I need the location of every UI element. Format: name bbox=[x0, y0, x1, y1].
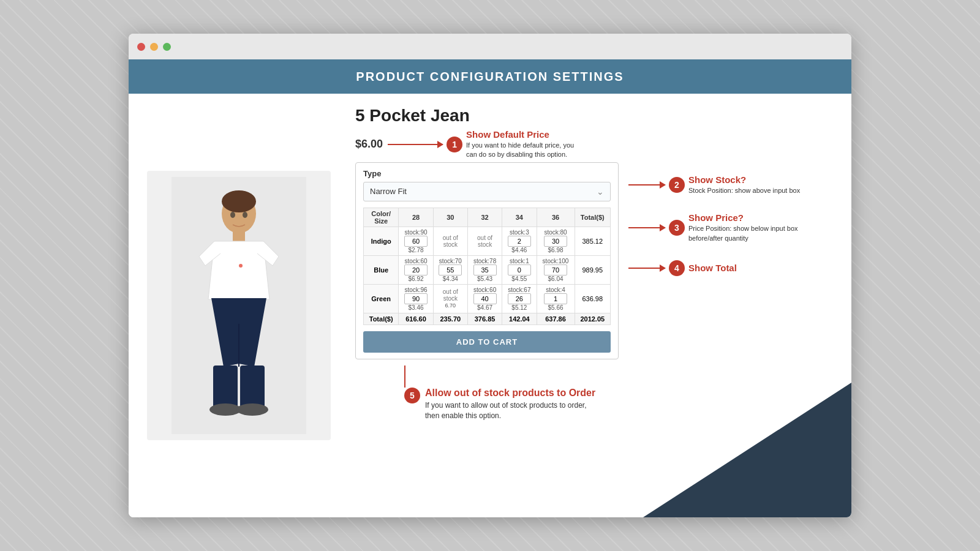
table-row: Green stock:96 $3.46 out ofstock6.70 sto… bbox=[364, 284, 611, 313]
price-indigo-36: $6.98 bbox=[540, 247, 572, 253]
qty-blue-30[interactable] bbox=[439, 264, 462, 276]
arrowhead-2 bbox=[660, 181, 666, 189]
type-select[interactable]: Narrow Fit ⌄ bbox=[363, 182, 611, 201]
total-col-28: 616.60 bbox=[399, 313, 433, 324]
stock-green-32: stock:60 bbox=[470, 287, 499, 293]
product-image bbox=[147, 171, 331, 440]
vertical-line-5 bbox=[404, 365, 405, 388]
col-header-28: 28 bbox=[399, 208, 433, 227]
qty-indigo-36[interactable] bbox=[544, 236, 567, 247]
product-title: 5 Pocket Jean bbox=[355, 106, 839, 126]
cell-blue-30: stock:70 $4.34 bbox=[433, 255, 467, 284]
left-panel bbox=[129, 94, 349, 517]
browser-window: PRODUCT CONFIGURATION SETTINGS bbox=[129, 34, 851, 517]
annotation-2: 2 Show Stock? Stock Position: show above… bbox=[628, 174, 800, 195]
qty-blue-32[interactable] bbox=[473, 264, 497, 276]
cell-blue-34: stock:1 $4.55 bbox=[502, 255, 537, 284]
col-header-34: 34 bbox=[502, 208, 537, 227]
total-col-30: 235.70 bbox=[433, 313, 467, 324]
person-illustration bbox=[172, 177, 306, 434]
svg-point-10 bbox=[243, 212, 247, 218]
svg-rect-5 bbox=[213, 365, 238, 408]
svg-point-9 bbox=[230, 212, 235, 218]
annotation-5-desc: If you want to allow out of stock produc… bbox=[425, 400, 597, 421]
annotation-3-row: 3 Show Price? Price Position: show below… bbox=[628, 212, 805, 243]
total-col-32: 376.85 bbox=[467, 313, 502, 324]
annotation-3-label: Show Price? bbox=[688, 212, 805, 223]
qty-blue-34[interactable] bbox=[508, 264, 531, 276]
annotation-5-label: Allow out of stock products to Order bbox=[425, 388, 595, 398]
svg-point-2 bbox=[222, 190, 256, 212]
cell-indigo-32: out ofstock bbox=[467, 227, 502, 255]
add-to-cart-button[interactable]: ADD TO CART bbox=[363, 331, 611, 353]
annotation-3-group: Show Price? Price Position: show below i… bbox=[688, 212, 805, 243]
price-blue-36: $6.04 bbox=[540, 276, 572, 282]
minimize-dot[interactable] bbox=[150, 43, 158, 51]
col-header-32: 32 bbox=[467, 208, 502, 227]
qty-green-36[interactable] bbox=[544, 293, 567, 304]
type-select-value: Narrow Fit bbox=[370, 187, 407, 196]
price-green-28: $3.46 bbox=[401, 304, 430, 311]
stock-blue-34: stock:1 bbox=[505, 258, 533, 264]
total-col-34: 142.04 bbox=[502, 313, 537, 324]
main-content-area: Type Narrow Fit ⌄ Color/Size 28 3 bbox=[355, 162, 839, 359]
close-dot[interactable] bbox=[137, 43, 145, 51]
cell-green-32: stock:60 $4.67 bbox=[467, 284, 502, 313]
stock-green-34: stock:67 bbox=[505, 287, 533, 293]
qty-green-32[interactable] bbox=[473, 293, 497, 304]
col-header-36: 36 bbox=[537, 208, 575, 227]
table-row: Indigo stock:90 $2.78 out ofstock out of… bbox=[364, 227, 611, 255]
annotation-badge-4: 4 bbox=[669, 260, 685, 276]
stock-indigo-36: stock:80 bbox=[540, 229, 572, 236]
app-body: 5 Pocket Jean $6.00 1 Show Default Price… bbox=[129, 94, 851, 517]
total-col-36: 637.86 bbox=[537, 313, 575, 324]
price-blue-28: $6.92 bbox=[401, 276, 430, 282]
price-annotation-row: $6.00 1 Show Default Price If you want t… bbox=[355, 129, 839, 160]
total-grand: 2012.05 bbox=[575, 313, 610, 324]
qty-indigo-34[interactable] bbox=[508, 236, 531, 247]
color-size-header: Color/Size bbox=[364, 208, 399, 227]
stock-blue-28: stock:60 bbox=[401, 258, 430, 264]
svg-point-11 bbox=[239, 264, 243, 268]
cell-indigo-30: out ofstock bbox=[433, 227, 467, 255]
arrow-to-2 bbox=[628, 184, 665, 186]
stock-green-28: stock:96 bbox=[401, 287, 430, 293]
annotation-badge-5: 5 bbox=[404, 388, 420, 403]
svg-point-8 bbox=[236, 403, 268, 416]
qty-blue-36[interactable] bbox=[544, 264, 567, 276]
annotation-badge-1: 1 bbox=[447, 137, 462, 152]
annotation-1-label: Show Default Price bbox=[466, 129, 576, 140]
default-price: $6.00 bbox=[355, 138, 383, 151]
type-label: Type bbox=[363, 169, 611, 178]
qty-green-34[interactable] bbox=[508, 293, 531, 304]
arrow-to-4 bbox=[628, 268, 665, 269]
total-indigo: 385.12 bbox=[575, 227, 610, 255]
col-header-30: 30 bbox=[433, 208, 467, 227]
cell-indigo-36: stock:80 $6.98 bbox=[537, 227, 575, 255]
price-blue-32: $5.43 bbox=[470, 276, 499, 282]
chevron-down-icon: ⌄ bbox=[597, 187, 604, 197]
totals-label: Total($) bbox=[364, 313, 399, 324]
stock-blue-32: stock:78 bbox=[470, 258, 499, 264]
color-blue: Blue bbox=[364, 255, 399, 284]
annotation-2-label: Show Stock? bbox=[688, 174, 800, 185]
app-header-title: PRODUCT CONFIGURATION SETTINGS bbox=[356, 70, 624, 84]
arrow-line-right bbox=[388, 144, 443, 145]
app-header: PRODUCT CONFIGURATION SETTINGS bbox=[129, 59, 851, 94]
maximize-dot[interactable] bbox=[163, 43, 171, 51]
price-green-36: $5.66 bbox=[540, 304, 572, 311]
color-indigo: Indigo bbox=[364, 227, 399, 255]
qty-blue-28[interactable] bbox=[404, 264, 428, 276]
price-blue-34: $4.55 bbox=[505, 276, 533, 282]
annotation-badge-3: 3 bbox=[669, 220, 685, 236]
arrowhead-right bbox=[437, 141, 443, 148]
price-indigo-28: $2.78 bbox=[401, 247, 430, 253]
annotation-2-group: Show Stock? Stock Position: show above i… bbox=[688, 174, 800, 195]
annotation-2-row: 2 Show Stock? Stock Position: show above… bbox=[628, 174, 805, 195]
qty-indigo-28[interactable] bbox=[404, 236, 428, 247]
qty-green-28[interactable] bbox=[404, 293, 428, 304]
stock-green-36: stock:4 bbox=[540, 287, 572, 293]
cell-indigo-34: stock:3 $4.46 bbox=[502, 227, 537, 255]
price-green-34: $5.12 bbox=[505, 304, 533, 311]
annotation-5-area: 5 Allow out of stock products to Order I… bbox=[404, 365, 839, 421]
